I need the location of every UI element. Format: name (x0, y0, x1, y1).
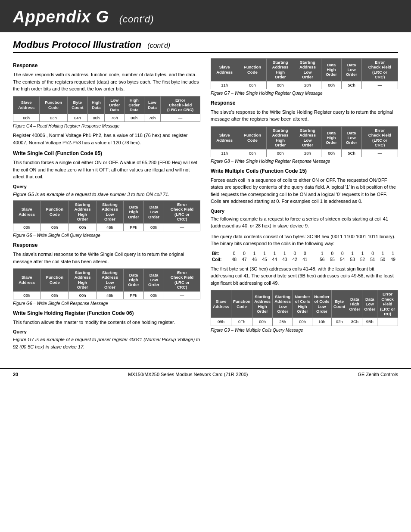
th-function-code: FunctionCode (40, 201, 69, 224)
th-data-high: DataHighOrder (347, 290, 362, 318)
register-text: Register 40006 , Normal Voltage Ph1-Ph2,… (13, 132, 200, 146)
query-text-3a: The following example is a request to fo… (211, 215, 398, 230)
th-function-code: FunctionCode (40, 269, 69, 292)
th-slave-address: SlaveAddress (13, 96, 40, 114)
response-text-3: The slave's response to the Write Single… (211, 109, 398, 123)
query-heading-2: Query (13, 329, 200, 334)
section-contd: (cont'd) (147, 42, 170, 49)
table-row: 03h 05h 00h 46h FFh 00h — (13, 291, 200, 299)
query-heading-3: Query (211, 208, 398, 214)
write-multiple-heading: Write Multiple Coils (Function Code 15) (211, 168, 398, 174)
th-error-check: ErrorCheck Field(LRC or CRC) (161, 96, 200, 114)
th-starting-addr-low: StartingAddressLowOrder (96, 269, 123, 292)
page-content: Modbus Protocol Illustration (cont'd) Re… (0, 39, 411, 361)
coil-label: Coil: (211, 257, 229, 263)
th-low-data: LowData (144, 96, 161, 114)
th-data-low: DataLowOrder (342, 126, 362, 149)
fig-caption-g9: Figure G9 – Write Multiple Coils Query M… (211, 328, 398, 333)
write-holding-heading: Write Single Holding Register (Function … (13, 310, 200, 316)
th-byte-count: ByteCount (331, 290, 347, 318)
coil-row: Coil: 48 47 46 45 44 43 42 41 56 55 54 5… (211, 257, 398, 263)
th-starting-addr-high: StartingAddressHighOrder (267, 126, 294, 149)
appendix-title: Appendix G (13, 8, 109, 26)
th-starting-addr-high: StartingAddressHighOrder (69, 269, 96, 292)
write-single-coil-text: This function forces a single coil eithe… (13, 159, 200, 180)
th-slave-address: SlaveAddress (211, 290, 231, 318)
th-slave-address: SlaveAddress (211, 59, 238, 81)
header-title: Appendix G (cont'd) (13, 8, 398, 26)
th-data-high: DataHighOrder (321, 59, 342, 81)
footer-page-number: 20 (13, 372, 18, 377)
th-starting-addr-low: StartingAddressLowOrder (273, 290, 293, 318)
table-row: 09h 0Fh 00h 28h 00h 10h 02h 3Ch 9Bh — (211, 318, 398, 326)
write-multiple-text: Forces each coil in a sequence of coils … (211, 177, 398, 205)
th-data-low: DataLowOrder (144, 269, 164, 292)
response-heading-3: Response (211, 100, 398, 106)
query-italic-2: Figure G7 is an example of a request to … (13, 336, 200, 350)
th-data-high: DataHighOrder (124, 269, 144, 292)
th-error-check: ErrorCheck Field(LRC orCRC) (362, 126, 398, 149)
th-function-code: FunctionCode (238, 126, 267, 149)
th-slave-address: SlaveAddress (13, 201, 40, 224)
th-function-code: FunctionCode (238, 59, 267, 81)
table-row: 11h 06h 00h 28h 00h 5Ch — (211, 149, 398, 157)
fig-caption-g6: Figure G6 – Write Single Coil Response M… (13, 301, 200, 306)
table-g7: SlaveAddress FunctionCode StartingAddres… (211, 58, 398, 89)
page-header: Appendix G (cont'd) (0, 0, 411, 32)
th-data-low: DataLowOrder (144, 201, 164, 224)
left-column: Response The slave responds with its add… (13, 58, 200, 353)
table-g4: SlaveAddress FunctionCode ByteCount High… (13, 96, 200, 122)
page-footer: 20 MX150/MX250 Series Modbus Network Car… (0, 368, 411, 380)
th-data-high: DataHighOrder (321, 126, 342, 149)
th-error-check: ErrorCheckField(LRC or RC) (377, 290, 398, 318)
th-slave-address: SlaveAddress (211, 126, 238, 149)
query-heading-1: Query (13, 184, 200, 189)
section-title-text: Modbus Protocol Illustration (13, 39, 141, 50)
fig-caption-g7: Figure G7 – Write Single Holding Registe… (211, 91, 398, 96)
th-starting-addr-high: StartingAddressHighOrder (69, 201, 96, 224)
response-text-1: The slave responds with its address, fun… (13, 71, 200, 93)
th-starting-addr-low: StartingAddressLowOrder (294, 59, 321, 81)
query-italic-1: Figure G5 is an example of a request to … (13, 191, 200, 198)
table-g8: SlaveAddress FunctionCode StartingAddres… (211, 126, 398, 157)
query-text-3b: The query data contents consist of two b… (211, 233, 398, 247)
header-contd: (cont'd) (119, 14, 154, 25)
th-data-low: DataLowOrder (362, 290, 377, 318)
th-starting-addr-high: StartingAddressHighOrder (252, 290, 273, 318)
th-num-coils-low: Numberof CoilsLowOrder (312, 290, 332, 318)
th-data-low: DataLowOrder (342, 59, 362, 81)
th-error-check: ErrorCheck Field(LRC orCRC) (362, 59, 398, 81)
bit-label: Bit: (211, 251, 229, 257)
th-function-code: FunctionCode (231, 290, 252, 318)
th-starting-addr-low: StartingAddressLowOrder (294, 126, 321, 149)
th-data-high: DataHighOrder (124, 201, 144, 224)
write-single-coil-heading: Write Single Coil (Function Code 05) (13, 150, 200, 156)
two-column-layout: Response The slave responds with its add… (13, 58, 398, 353)
section-title: Modbus Protocol Illustration (cont'd) (13, 39, 398, 53)
fig-caption-g8: Figure G8 – Write Single Holding Registe… (211, 159, 398, 164)
right-column: SlaveAddress FunctionCode StartingAddres… (211, 58, 398, 353)
footer-right-text: GE Zenith Controls (358, 372, 398, 377)
fig-caption-g4: Figure G4 – Read Holding Register Respon… (13, 124, 200, 128)
th-starting-addr-high: StartingAddressHighOrder (267, 59, 294, 81)
footer-center-text: MX150/MX250 Series Modbus Network Card (… (128, 372, 248, 377)
th-low-order-data: LowOrderData (105, 96, 125, 114)
th-error-check: ErrorCheck Field(LRC orCRC) (164, 269, 200, 292)
query-text-3c: The first byte sent (3C hex) addresses c… (211, 265, 398, 287)
table-row: 03h 05h 00h 46h FFh 00h — (13, 223, 200, 231)
th-error-check: ErrorCheck Field(LRC orCRC) (164, 201, 200, 224)
table-g9: SlaveAddress FunctionCode StartingAddres… (211, 290, 398, 326)
th-num-coils-high: Numberof CoilsHighOrder (293, 290, 312, 318)
th-byte-count: ByteCount (67, 96, 88, 114)
table-row: 08h 03h 04h 00h 76h 00h 78h — (13, 114, 200, 121)
th-starting-addr-low: StartingAddressLowOrder (96, 201, 123, 224)
response-text-2: The slave's normal response to the Write… (13, 251, 200, 265)
bit-coil-display: Bit: 0 0 1 1 1 1 0 0 1 0 0 1 1 (211, 251, 398, 263)
th-function-code: FunctionCode (40, 96, 67, 114)
table-g5: SlaveAddress FunctionCode StartingAddres… (13, 200, 200, 231)
table-row: 11h 06h 00h 28h 00h 5Ch — (211, 81, 398, 89)
fig-caption-g5: Figure G5 – Write Single Coil Query Mess… (13, 233, 200, 238)
response-heading-2: Response (13, 242, 200, 248)
write-holding-text: This function allows the master to modif… (13, 319, 200, 326)
th-high-data: HighData (88, 96, 105, 114)
